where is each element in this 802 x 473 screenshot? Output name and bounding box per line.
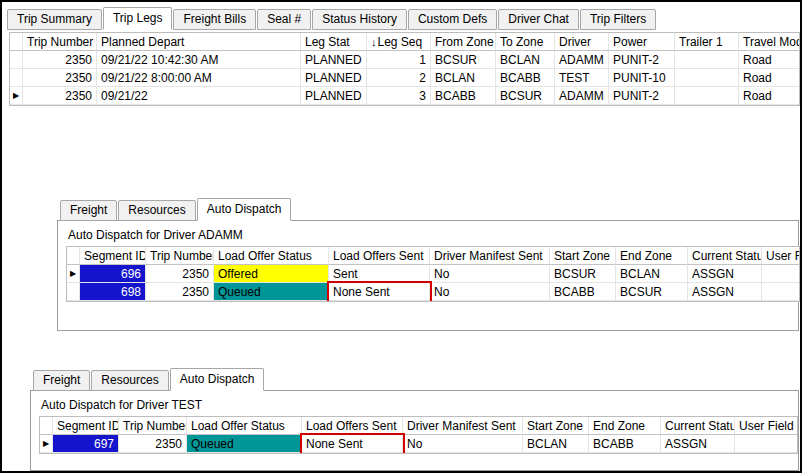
cell-leg-seq[interactable]: 3: [367, 87, 431, 105]
cell-trip-number[interactable]: 2350: [146, 265, 214, 283]
cell-current-status[interactable]: ASSGN: [688, 265, 762, 283]
col-user-field[interactable]: User Field: [762, 247, 800, 265]
tab-custom-defs[interactable]: Custom Defs: [408, 9, 497, 30]
table-row[interactable]: 2350 09/21/22 8:00:00 AM PLANNED 2 BCLAN…: [10, 69, 799, 87]
cell-user-field[interactable]: [762, 265, 800, 283]
col-load-offer-status[interactable]: Load Offer Status: [214, 247, 329, 265]
cell-load-offers-sent-highlighted[interactable]: None Sent: [329, 283, 430, 301]
tab-trip-summary[interactable]: Trip Summary: [7, 9, 102, 30]
cell-start-zone[interactable]: BCLAN: [523, 435, 589, 453]
col-driver-manifest-sent[interactable]: Driver Manifest Sent: [430, 247, 550, 265]
cell-trip-number[interactable]: 2350: [146, 283, 214, 301]
tab-freight[interactable]: Freight: [33, 370, 90, 391]
cell-leg-seq[interactable]: 2: [367, 69, 431, 87]
cell-to-zone[interactable]: BCABB: [496, 69, 555, 87]
cell-driver[interactable]: TEST: [555, 69, 609, 87]
cell-start-zone[interactable]: BCSUR: [550, 265, 616, 283]
col-end-zone[interactable]: End Zone: [616, 247, 688, 265]
cell-driver-manifest-sent[interactable]: No: [430, 265, 550, 283]
cell-current-status[interactable]: ASSGN: [688, 283, 762, 301]
cell-planned-depart[interactable]: 09/21/22 10:42:30 AM: [97, 51, 301, 69]
cell-from-zone[interactable]: BCABB: [431, 87, 496, 105]
cell-load-offer-status[interactable]: Offered: [214, 265, 329, 283]
table-row[interactable]: ▶ 2350 09/21/22 PLANNED 3 BCABB BCSUR AD…: [10, 87, 799, 105]
col-segment-id[interactable]: Segment ID: [53, 417, 119, 435]
tab-auto-dispatch[interactable]: Auto Dispatch: [197, 198, 292, 221]
cell-end-zone[interactable]: BCABB: [589, 435, 661, 453]
tab-auto-dispatch[interactable]: Auto Dispatch: [170, 368, 265, 391]
tab-freight[interactable]: Freight: [60, 200, 117, 221]
row-selector[interactable]: [10, 51, 23, 69]
cell-trailer-1[interactable]: [675, 69, 739, 87]
tab-freight-bills[interactable]: Freight Bills: [173, 9, 256, 30]
col-driver-manifest-sent[interactable]: Driver Manifest Sent: [403, 417, 523, 435]
col-leg-seq[interactable]: ↓Leg Seq: [367, 33, 431, 51]
table-row[interactable]: 2350 09/21/22 10:42:30 AM PLANNED 1 BCSU…: [10, 51, 799, 69]
col-current-status[interactable]: Current Status: [661, 417, 735, 435]
col-planned-depart[interactable]: Planned Depart: [97, 33, 301, 51]
table-row[interactable]: 698 2350 Queued None Sent No BCABB BCSUR…: [67, 283, 799, 301]
cell-user-field[interactable]: [762, 283, 800, 301]
cell-trip-number[interactable]: 2350: [119, 435, 187, 453]
tab-status-history[interactable]: Status History: [312, 9, 407, 30]
cell-load-offers-sent-highlighted[interactable]: None Sent: [302, 435, 403, 453]
col-from-zone[interactable]: From Zone: [431, 33, 496, 51]
cell-travel-mode[interactable]: Road: [739, 51, 800, 69]
tab-resources[interactable]: Resources: [118, 200, 195, 221]
cell-driver-manifest-sent[interactable]: No: [430, 283, 550, 301]
cell-segment-id[interactable]: 696: [80, 265, 146, 283]
cell-leg-stat[interactable]: PLANNED: [301, 69, 367, 87]
tab-driver-chat[interactable]: Driver Chat: [498, 9, 579, 30]
tab-trip-legs[interactable]: Trip Legs: [103, 7, 173, 30]
cell-planned-depart[interactable]: 09/21/22: [97, 87, 301, 105]
table-row[interactable]: ▶ 696 2350 Offered Sent No BCSUR BCLAN A…: [67, 265, 799, 283]
col-leg-stat[interactable]: Leg Stat: [301, 33, 367, 51]
col-trailer-1[interactable]: Trailer 1: [675, 33, 739, 51]
col-trip-number[interactable]: Trip Number: [23, 33, 97, 51]
cell-load-offer-status[interactable]: Queued: [187, 435, 302, 453]
cell-to-zone[interactable]: BCLAN: [496, 51, 555, 69]
cell-from-zone[interactable]: BCSUR: [431, 51, 496, 69]
col-travel-mode[interactable]: Travel Mode: [739, 33, 800, 51]
cell-driver-manifest-sent[interactable]: No: [403, 435, 523, 453]
cell-power[interactable]: PUNIT-2: [609, 51, 675, 69]
cell-trip-number[interactable]: 2350: [23, 87, 97, 105]
col-load-offers-sent[interactable]: Load Offers Sent: [302, 417, 403, 435]
col-power[interactable]: Power: [609, 33, 675, 51]
col-segment-id[interactable]: Segment ID: [80, 247, 146, 265]
cell-from-zone[interactable]: BCLAN: [431, 69, 496, 87]
cell-trailer-1[interactable]: [675, 51, 739, 69]
cell-trailer-1[interactable]: [675, 87, 739, 105]
tab-trip-filters[interactable]: Trip Filters: [580, 9, 656, 30]
tab-seal-number[interactable]: Seal #: [257, 9, 311, 30]
cell-end-zone[interactable]: BCSUR: [616, 283, 688, 301]
cell-start-zone[interactable]: BCABB: [550, 283, 616, 301]
cell-segment-id[interactable]: 698: [80, 283, 146, 301]
row-selector[interactable]: [10, 69, 23, 87]
row-selector[interactable]: [67, 283, 80, 301]
cell-user-field[interactable]: [735, 435, 798, 453]
tab-resources[interactable]: Resources: [91, 370, 168, 391]
cell-leg-stat[interactable]: PLANNED: [301, 51, 367, 69]
col-trip-number[interactable]: Trip Number: [119, 417, 187, 435]
current-row-arrow-icon[interactable]: ▶: [67, 265, 80, 283]
cell-current-status[interactable]: ASSGN: [661, 435, 735, 453]
cell-planned-depart[interactable]: 09/21/22 8:00:00 AM: [97, 69, 301, 87]
cell-load-offers-sent[interactable]: Sent: [329, 265, 430, 283]
cell-end-zone[interactable]: BCLAN: [616, 265, 688, 283]
cell-leg-seq[interactable]: 1: [367, 51, 431, 69]
col-trip-number[interactable]: Trip Number: [146, 247, 214, 265]
cell-trip-number[interactable]: 2350: [23, 69, 97, 87]
cell-travel-mode[interactable]: Road: [739, 69, 800, 87]
col-load-offers-sent[interactable]: Load Offers Sent: [329, 247, 430, 265]
cell-trip-number[interactable]: 2350: [23, 51, 97, 69]
cell-segment-id[interactable]: 697: [53, 435, 119, 453]
col-to-zone[interactable]: To Zone: [496, 33, 555, 51]
cell-power[interactable]: PUNIT-2: [609, 87, 675, 105]
cell-power[interactable]: PUNIT-10: [609, 69, 675, 87]
current-row-arrow-icon[interactable]: ▶: [10, 87, 23, 105]
cell-travel-mode[interactable]: Road: [739, 87, 800, 105]
current-row-arrow-icon[interactable]: ▶: [40, 435, 53, 453]
cell-leg-stat[interactable]: PLANNED: [301, 87, 367, 105]
cell-load-offer-status[interactable]: Queued: [214, 283, 329, 301]
